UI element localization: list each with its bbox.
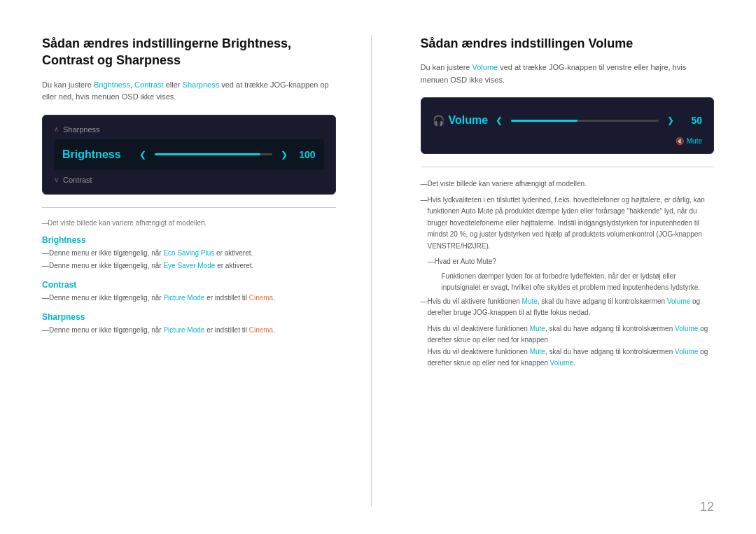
brightness-note-2: Denne menu er ikke tilgængelig, når Eye … bbox=[42, 260, 336, 272]
sharpness-heading: Sharpness bbox=[42, 312, 336, 322]
left-note: Det viste billede kan variere afhængigt … bbox=[42, 219, 336, 227]
osd-contrast-label: Contrast bbox=[63, 176, 92, 184]
left-intro: Du kan justere Brightness, Contrast elle… bbox=[42, 79, 336, 104]
right-sub-a: Funktionen dæmper lyden for at forbedre … bbox=[421, 271, 715, 294]
volume-label: Volume bbox=[449, 114, 489, 127]
columns: Sådan ændres indstillingerne Brightness,… bbox=[42, 35, 714, 506]
osd-main-row: Brightness ❮ ❯ 100 bbox=[54, 139, 324, 170]
brightness-note-1: Denne menu er ikke tilgængelig, når Eco … bbox=[42, 248, 336, 259]
slider-track bbox=[155, 153, 272, 155]
divider bbox=[42, 207, 336, 208]
volume-slider-right-icon: ❯ bbox=[667, 115, 674, 125]
volume-slider-fill bbox=[511, 120, 578, 122]
page: Sådan ændres indstillingerne Brightness,… bbox=[0, 0, 756, 534]
slider-fill bbox=[155, 153, 260, 155]
right-note-4: Hvis du vil deaktivere funktionen Mute, … bbox=[421, 323, 715, 370]
left-title: Sådan ændres indstillingerne Brightness,… bbox=[42, 35, 336, 69]
caret-down-icon: ∨ bbox=[54, 176, 59, 183]
contrast-note-1: Denne menu er ikke tilgængelig, når Pict… bbox=[42, 293, 336, 304]
osd-brightness-label: Brightness bbox=[62, 148, 139, 161]
caret-up-icon: ∧ bbox=[54, 125, 59, 133]
mute-row: 🔇 Mute bbox=[433, 136, 703, 146]
volume-value: 50 bbox=[674, 115, 702, 126]
osd-brightness-value: 100 bbox=[288, 149, 316, 160]
right-note-2: Hvis lydkvaliteten i en tilsluttet lyden… bbox=[421, 195, 715, 253]
headphone-icon: 🎧 bbox=[433, 115, 444, 126]
slider-right-icon: ❯ bbox=[281, 150, 288, 160]
osd-widget-volume: 🎧 Volume ❮ ❯ 50 🔇 Mute bbox=[421, 97, 715, 154]
osd-volume-main-row: 🎧 Volume ❮ ❯ 50 bbox=[433, 105, 703, 136]
osd-top-row: ∧ Sharpness bbox=[54, 122, 324, 136]
mute-label: 🔇 Mute bbox=[676, 137, 702, 145]
brightness-heading: Brightness bbox=[42, 235, 336, 245]
slider-left-icon: ❮ bbox=[139, 150, 146, 160]
sharpness-note-1: Denne menu er ikke tilgængelig, når Pict… bbox=[42, 325, 336, 336]
col-right: Sådan ændres indstillingen Volume Du kan… bbox=[414, 35, 715, 506]
col-left: Sådan ændres indstillingerne Brightness,… bbox=[42, 35, 372, 506]
right-sub-q: Hvad er Auto Mute? bbox=[421, 256, 715, 268]
right-note-1: Det viste billede kan variere afhængigt … bbox=[421, 178, 715, 190]
right-divider bbox=[421, 167, 715, 167]
volume-label-group: 🎧 Volume bbox=[433, 114, 496, 127]
volume-slider-left-icon: ❮ bbox=[496, 115, 503, 125]
osd-sharpness-label: Sharpness bbox=[63, 125, 100, 134]
speaker-icon: 🔇 bbox=[676, 137, 684, 145]
osd-widget-brightness: ∧ Sharpness Brightness ❮ ❯ 100 ∨ Contras… bbox=[42, 115, 336, 195]
right-intro: Du kan justere Volume ved at trække JOG-… bbox=[421, 62, 715, 86]
right-note-3: Hvis du vil aktivere funktionen Mute, sk… bbox=[421, 296, 715, 319]
osd-bottom-row: ∨ Contrast bbox=[54, 173, 324, 187]
volume-slider-track bbox=[511, 120, 659, 122]
contrast-heading: Contrast bbox=[42, 280, 336, 290]
right-title: Sådan ændres indstillingen Volume bbox=[421, 35, 715, 52]
page-number: 12 bbox=[700, 500, 714, 514]
